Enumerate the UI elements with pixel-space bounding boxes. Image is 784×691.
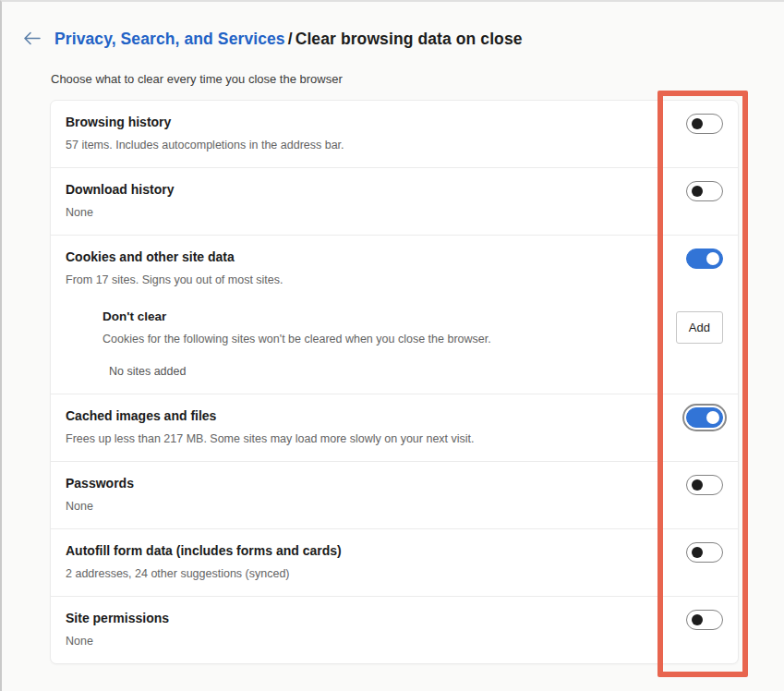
dont-clear-title: Don't clear (103, 309, 491, 324)
clear-browsing-data-settings-page: Privacy, Search, and Services/Clear brow… (2, 2, 784, 664)
add-site-button[interactable]: Add (676, 311, 723, 344)
row-description: From 17 sites. Signs you out of most sit… (66, 273, 671, 287)
autofill-toggle[interactable] (686, 542, 723, 563)
page-title: Clear browsing data on close (296, 30, 523, 48)
breadcrumb-link-privacy-search-services[interactable]: Privacy, Search, and Services (54, 30, 285, 48)
dont-clear-description: Cookies for the following sites won't be… (103, 333, 491, 346)
site-permissions-toggle[interactable] (686, 610, 723, 630)
passwords-toggle[interactable] (686, 475, 723, 495)
setting-row-site-permissions: Site permissions None (51, 596, 738, 663)
cookies-toggle[interactable] (686, 249, 723, 269)
row-title: Passwords (66, 476, 671, 491)
back-arrow-icon (23, 31, 41, 48)
row-title: Site permissions (66, 611, 671, 626)
back-button[interactable] (21, 30, 42, 49)
row-title: Cached images and files (66, 408, 671, 424)
row-description: 2 addresses, 24 other suggestions (synce… (66, 567, 671, 581)
row-title: Browsing history (66, 115, 671, 130)
page-header: Privacy, Search, and Services/Clear brow… (2, 2, 784, 49)
row-description: None (66, 206, 671, 220)
cached-images-toggle[interactable] (686, 407, 723, 428)
settings-card: Browsing history 57 items. Includes auto… (50, 100, 739, 664)
dont-clear-section: Don't clear Cookies for the following si… (66, 309, 723, 346)
row-description: 57 items. Includes autocompletions in th… (66, 139, 671, 152)
row-title: Cookies and other site data (66, 249, 671, 265)
no-sites-added-text: No sites added (66, 365, 671, 379)
dont-clear-text: Don't clear Cookies for the following si… (103, 309, 491, 346)
row-title: Download history (66, 182, 671, 198)
row-description: Frees up less than 217 MB. Some sites ma… (66, 432, 671, 446)
setting-row-autofill: Autofill form data (includes forms and c… (51, 528, 738, 596)
breadcrumb-separator: / (285, 30, 296, 48)
row-title: Autofill form data (includes forms and c… (66, 543, 671, 559)
breadcrumb: Privacy, Search, and Services/Clear brow… (54, 30, 523, 49)
download-history-toggle[interactable] (686, 181, 723, 201)
setting-row-download-history: Download history None (51, 167, 738, 235)
setting-row-browsing-history: Browsing history 57 items. Includes auto… (51, 101, 738, 167)
setting-row-passwords: Passwords None (51, 461, 738, 528)
browsing-history-toggle[interactable] (686, 114, 723, 134)
page-subtitle: Choose what to clear every time you clos… (51, 72, 784, 86)
row-description: None (66, 635, 671, 649)
setting-row-cached-images: Cached images and files Frees up less th… (51, 394, 738, 461)
row-description: None (66, 500, 671, 514)
setting-row-cookies: Cookies and other site data From 17 site… (51, 235, 738, 394)
